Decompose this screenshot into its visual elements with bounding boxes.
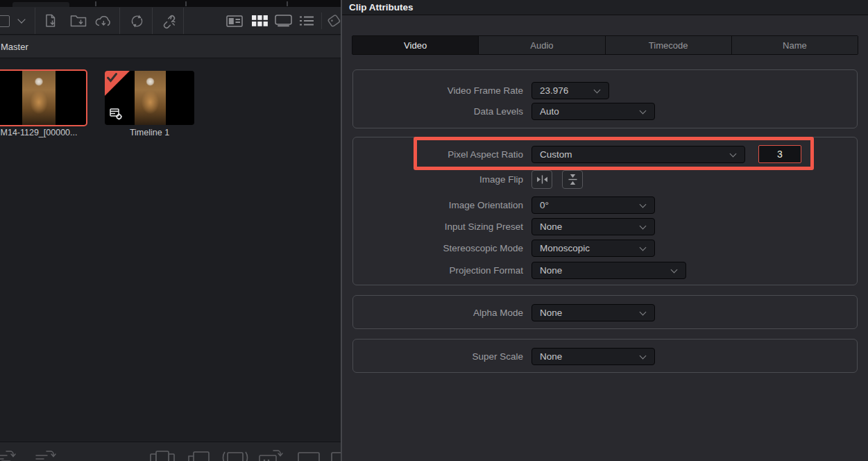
tab-timecode[interactable]: Timecode bbox=[606, 36, 731, 54]
window-top-strip bbox=[0, 0, 341, 7]
viewer-plain-button[interactable] bbox=[297, 449, 321, 461]
pixel-aspect-ratio-select[interactable]: Custom bbox=[531, 146, 745, 163]
bin-name: Master bbox=[1, 42, 28, 52]
frame-rate-section: Video Frame Rate 23.976 Data Levels Auto bbox=[352, 69, 858, 128]
list-view-button[interactable] bbox=[298, 7, 316, 35]
import-media-button[interactable] bbox=[41, 7, 60, 35]
chevron-down-icon bbox=[640, 201, 647, 208]
cloud-import-icon bbox=[94, 14, 113, 28]
cinema-viewer-icon bbox=[222, 449, 248, 461]
clip-color-swatch[interactable] bbox=[0, 7, 13, 35]
flip-vertical-button[interactable] bbox=[562, 170, 583, 189]
alpha-mode-label: Alpha Mode bbox=[353, 308, 523, 318]
dual-monitor-icon bbox=[150, 449, 175, 461]
metadata-view-button[interactable] bbox=[225, 7, 244, 35]
clip-preview-image bbox=[22, 71, 56, 125]
unlink-icon bbox=[160, 12, 177, 29]
stereoscopic-mode-label: Stereoscopic Mode bbox=[353, 243, 523, 253]
super-scale-select[interactable]: None bbox=[531, 348, 655, 365]
grid-view-icon bbox=[252, 15, 268, 26]
image-orientation-label: Image Orientation bbox=[353, 200, 523, 210]
top-tab-remnant bbox=[12, 2, 69, 7]
media-pool-toolbar bbox=[0, 7, 341, 35]
clip-color-dropdown[interactable] bbox=[14, 7, 29, 35]
cinema-viewer-button[interactable] bbox=[222, 449, 248, 461]
video-frame-rate-select[interactable]: 23.976 bbox=[531, 82, 609, 99]
chevron-down-icon bbox=[671, 266, 678, 273]
clip-color-square-icon bbox=[0, 15, 10, 27]
bin-header[interactable]: Master bbox=[0, 35, 341, 58]
alpha-mode-section: Alpha Mode None bbox=[352, 295, 858, 329]
export-timeline-icon bbox=[0, 449, 21, 461]
projection-format-label: Projection Format bbox=[353, 265, 523, 276]
monitor-link-icon bbox=[187, 449, 211, 461]
sizing-section: Pixel Aspect Ratio Custom Image Flip bbox=[352, 137, 858, 285]
viewer-edge-button[interactable] bbox=[330, 449, 341, 461]
pixel-aspect-ratio-label: Pixel Aspect Ratio bbox=[353, 149, 523, 160]
flip-horizontal-icon bbox=[536, 175, 548, 184]
super-scale-section: Super Scale None bbox=[352, 339, 858, 373]
viewer-plain-icon bbox=[297, 449, 321, 461]
video-frame-rate-label: Video Frame Rate bbox=[353, 85, 523, 96]
timeline-preview-image bbox=[135, 71, 166, 125]
export-timeline-alt-button[interactable] bbox=[35, 449, 60, 461]
export-timeline-alt-icon bbox=[35, 449, 60, 461]
image-flip-label: Image Flip bbox=[353, 174, 523, 185]
data-levels-select[interactable]: Auto bbox=[531, 103, 655, 120]
thumbnail-view-button[interactable] bbox=[250, 7, 269, 35]
image-orientation-select[interactable]: 0° bbox=[531, 196, 655, 214]
filmstrip-view-button[interactable] bbox=[274, 7, 292, 35]
timeline-settings-icon bbox=[110, 108, 123, 120]
resolve-window: Master M14-1129_[00000... bbox=[0, 0, 868, 461]
clip-attributes-dialog: Clip Attributes Video Audio Timecode Nam… bbox=[342, 0, 868, 461]
timeline-name[interactable]: Timeline 1 bbox=[105, 128, 194, 137]
stereoscopic-mode-select[interactable]: Monoscopic bbox=[531, 240, 655, 257]
unlink-bin-button[interactable] bbox=[158, 7, 179, 35]
cloud-import-button[interactable] bbox=[92, 7, 114, 35]
clip-thumbnail-selected[interactable] bbox=[0, 69, 87, 126]
import-media-icon bbox=[43, 13, 58, 28]
media-pool-bottom-toolbar bbox=[0, 442, 341, 461]
sync-icon bbox=[129, 13, 145, 29]
send-to-viewer-button[interactable] bbox=[258, 449, 286, 461]
pixel-aspect-ratio-value-input[interactable] bbox=[758, 145, 801, 163]
attribute-tabs: Video Audio Timecode Name bbox=[352, 35, 858, 55]
tag-filter-button[interactable] bbox=[327, 7, 342, 35]
import-folder-icon bbox=[70, 14, 87, 28]
chevron-down-icon bbox=[17, 15, 25, 23]
clip-name[interactable]: M14-1129_[00000... bbox=[0, 128, 87, 137]
alpha-mode-select[interactable]: None bbox=[531, 304, 655, 321]
media-pool-grid: M14-1129_[00000... Timeline 1 bbox=[0, 59, 341, 442]
tab-audio[interactable]: Audio bbox=[479, 36, 604, 54]
data-levels-label: Data Levels bbox=[353, 106, 523, 117]
list-view-icon bbox=[299, 15, 314, 26]
send-to-viewer-icon bbox=[258, 449, 286, 461]
tab-name[interactable]: Name bbox=[732, 36, 858, 54]
checkmark-icon bbox=[106, 72, 118, 83]
dialog-title: Clip Attributes bbox=[349, 2, 414, 12]
chevron-down-icon bbox=[640, 222, 647, 229]
input-sizing-preset-select[interactable]: None bbox=[531, 218, 655, 235]
super-scale-label: Super Scale bbox=[353, 351, 523, 362]
sync-bin-button[interactable] bbox=[127, 7, 146, 35]
chevron-down-icon bbox=[640, 308, 647, 315]
export-timeline-button[interactable] bbox=[0, 449, 21, 461]
flip-vertical-icon bbox=[568, 174, 577, 185]
chevron-down-icon bbox=[594, 86, 601, 93]
tab-video[interactable]: Video bbox=[352, 36, 478, 54]
chevron-down-icon bbox=[730, 150, 737, 157]
dialog-titlebar: Clip Attributes bbox=[342, 0, 868, 15]
metadata-view-icon bbox=[226, 15, 243, 27]
chevron-down-icon bbox=[640, 244, 647, 251]
import-folder-button[interactable] bbox=[68, 7, 89, 35]
filmstrip-view-icon bbox=[275, 15, 292, 27]
viewer-edge-icon bbox=[330, 449, 341, 461]
monitor-link-button[interactable] bbox=[187, 449, 211, 461]
chevron-down-icon bbox=[640, 107, 647, 114]
projection-format-select[interactable]: None bbox=[531, 262, 686, 279]
media-pool-panel: Master M14-1129_[00000... bbox=[0, 0, 341, 461]
chevron-down-icon bbox=[640, 352, 647, 359]
timeline-thumbnail[interactable] bbox=[105, 71, 194, 125]
flip-horizontal-button[interactable] bbox=[531, 170, 552, 189]
dual-monitor-button[interactable] bbox=[150, 449, 175, 461]
